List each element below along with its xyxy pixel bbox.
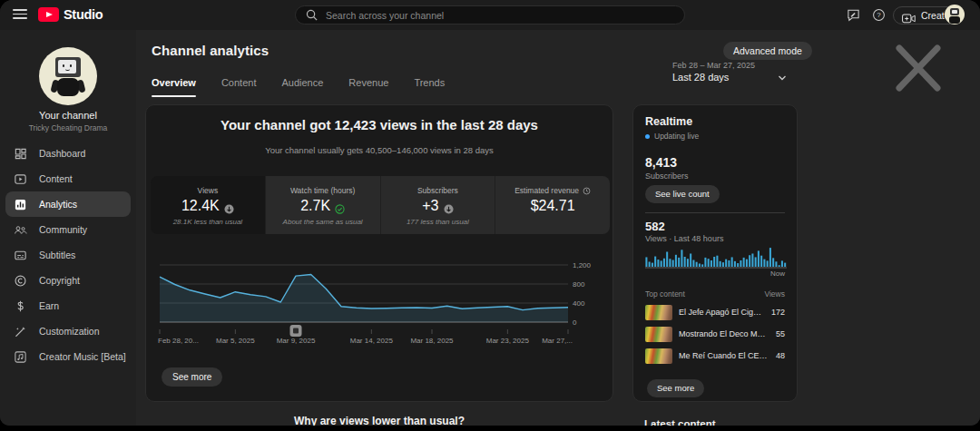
- down-arrow-icon: [224, 201, 234, 211]
- tab-revenue[interactable]: Revenue: [348, 77, 388, 97]
- analytics-icon: [14, 198, 27, 211]
- updating-live-status: Updating live: [645, 132, 699, 141]
- earn-icon: [14, 299, 27, 313]
- account-avatar[interactable]: [945, 5, 965, 24]
- sidebar-item-label: Subtitles: [39, 250, 75, 260]
- create-video-icon: [902, 11, 916, 21]
- hamburger-menu-icon[interactable]: [13, 9, 27, 20]
- sidebar-item-earn[interactable]: Earn: [5, 293, 131, 318]
- top-content-label: Top content: [645, 289, 685, 299]
- copyright-icon: [14, 274, 27, 288]
- tab-trends[interactable]: Trends: [414, 77, 445, 97]
- help-icon[interactable]: ?: [872, 8, 886, 22]
- sidebar-item-subtitles[interactable]: Subtitles: [5, 242, 131, 268]
- overview-card: Your channel got 12,423 views in the las…: [145, 104, 613, 402]
- sidebar-item-label: Community: [39, 224, 87, 235]
- check-icon: [335, 201, 345, 211]
- metric-label: Subscribers: [417, 186, 458, 195]
- top-content-list: El Jefe Apagó El Cigarro En...172Mostran…: [645, 301, 785, 367]
- live-dot-icon: [645, 134, 650, 139]
- search-bar[interactable]: [295, 5, 685, 24]
- chevron-down-icon[interactable]: [777, 71, 788, 82]
- sidebar-item-community[interactable]: Community: [5, 217, 131, 242]
- sidebar-item-customization[interactable]: Customization: [5, 318, 131, 344]
- metric-watch-time-hours[interactable]: Watch time (hours)2.7KAbout the same as …: [265, 176, 380, 234]
- video-views: 48: [776, 351, 785, 360]
- svg-text:Mar 23, 2025: Mar 23, 2025: [486, 337, 530, 345]
- why-views-lower-heading: Why are views lower than usual?: [145, 415, 613, 426]
- dashboard-icon: [14, 147, 27, 161]
- youtube-play-icon: [38, 7, 59, 22]
- views-headline: Your channel got 12,423 views in the las…: [146, 117, 612, 132]
- see-more-button[interactable]: See more: [162, 367, 222, 387]
- sidebar-nav: DashboardContentAnalyticsCommunitySubtit…: [0, 141, 136, 369]
- top-content-row[interactable]: El Jefe Apagó El Cigarro En...172: [645, 301, 785, 323]
- views-line-chart[interactable]: 04008001,200Feb 28, 20...Mar 5, 2025Mar …: [146, 250, 614, 346]
- metric-label: Watch time (hours): [290, 186, 355, 195]
- clock-icon: [583, 187, 591, 195]
- metric-subscribers[interactable]: Subscribers+3177 less than usual: [380, 176, 495, 234]
- sidebar-item-copyright[interactable]: Copyright: [5, 268, 131, 293]
- search-input[interactable]: [326, 10, 675, 21]
- metric-views[interactable]: Views12.4K28.1K less than usual: [151, 176, 265, 234]
- see-live-count-button[interactable]: See live count: [645, 185, 720, 203]
- down-arrow-icon: [444, 201, 454, 211]
- metric-note: 28.1K less than usual: [151, 218, 265, 226]
- realtime-card: Realtime Updating live 8,413 Subscribers…: [632, 104, 798, 402]
- tab-overview[interactable]: Overview: [152, 77, 196, 97]
- realtime-subscribers-value: 8,413: [645, 155, 677, 170]
- close-x-icon[interactable]: [892, 42, 945, 94]
- your-channel-label: Your channel: [0, 110, 136, 121]
- svg-text:?: ?: [877, 11, 881, 19]
- svg-text:Mar 14, 2025: Mar 14, 2025: [350, 337, 394, 345]
- creator-music-icon: [14, 350, 27, 364]
- channel-name: Tricky Cheating Drama: [0, 123, 136, 132]
- views-subline: Your channel usually gets 40,500–146,000…: [146, 145, 612, 155]
- realtime-see-more-button[interactable]: See more: [647, 379, 704, 397]
- sidebar-item-label: Analytics: [39, 199, 77, 210]
- youtube-studio-logo[interactable]: Studio: [38, 7, 103, 22]
- sidebar-item-label: Earn: [39, 300, 59, 311]
- sidebar-item-dashboard[interactable]: Dashboard: [5, 141, 131, 166]
- realtime-subscribers-label: Subscribers: [645, 171, 689, 181]
- content-icon: [14, 172, 27, 186]
- tab-content[interactable]: Content: [221, 77, 257, 97]
- divider: [645, 212, 785, 213]
- channel-avatar[interactable]: [39, 47, 97, 105]
- top-bar: Studio ? Create: [0, 0, 980, 30]
- sidebar-item-label: Copyright: [39, 275, 80, 286]
- realtime-views-value: 582: [645, 220, 665, 233]
- date-range-picker[interactable]: Feb 28 – Mar 27, 2025 Last 28 days: [672, 61, 755, 83]
- realtime-title: Realtime: [645, 115, 692, 128]
- community-icon: [14, 223, 27, 237]
- video-thumbnail: [645, 305, 672, 320]
- video-views: 172: [771, 308, 785, 317]
- metric-note: About the same as usual: [266, 218, 380, 226]
- tab-audience[interactable]: Audience: [281, 77, 323, 97]
- svg-text:Mar 9, 2025: Mar 9, 2025: [277, 337, 316, 345]
- svg-text:Mar 5, 2025: Mar 5, 2025: [216, 337, 255, 345]
- realtime-views-label: Views · Last 48 hours: [645, 234, 723, 243]
- sidebar-item-label: Content: [39, 173, 73, 184]
- sidebar-item-content[interactable]: Content: [5, 166, 131, 191]
- top-content-row[interactable]: Mostrando El Deco Medio A ...55: [645, 323, 785, 345]
- realtime-bar-chart[interactable]: [645, 244, 787, 269]
- latest-content-heading: Latest content: [644, 418, 716, 426]
- studio-wordmark: Studio: [64, 7, 103, 22]
- video-views: 55: [776, 329, 785, 338]
- top-content-row[interactable]: Me Reí Cuando El CEO La Tir...48: [645, 345, 785, 367]
- sidebar-item-label: Customization: [39, 326, 100, 337]
- metric-value: 2.7K: [300, 198, 330, 214]
- feedback-icon[interactable]: [847, 8, 860, 22]
- metric-note: 177 less than usual: [381, 218, 495, 226]
- sidebar-item-analytics[interactable]: Analytics: [5, 191, 131, 217]
- svg-text:Mar 18, 2025: Mar 18, 2025: [410, 337, 454, 345]
- svg-text:Mar 27,...: Mar 27,...: [542, 337, 573, 345]
- video-thumbnail: [645, 348, 672, 364]
- svg-text:1,200: 1,200: [573, 261, 592, 269]
- advanced-mode-button[interactable]: Advanced mode: [723, 42, 812, 60]
- metric-strip: Views12.4K28.1K less than usualWatch tim…: [151, 176, 610, 234]
- date-range-text: Feb 28 – Mar 27, 2025: [672, 61, 755, 70]
- sidebar-item-creator-music-beta[interactable]: Creator Music [Beta]: [5, 344, 131, 369]
- metric-estimated-revenue[interactable]: Estimated revenue$24.71: [495, 176, 610, 234]
